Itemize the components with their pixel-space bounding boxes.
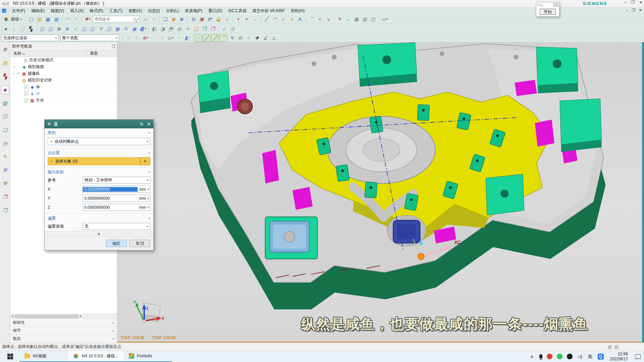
- snap-midpoint-toggle[interactable]: ╱: [211, 34, 219, 42]
- snap-arc-button[interactable]: ⌣: [150, 34, 157, 42]
- snap-intersection-toggle[interactable]: ✚: [253, 34, 261, 42]
- spline-button[interactable]: ∿: [288, 15, 296, 23]
- edge-blend-button[interactable]: ◕: [223, 15, 231, 23]
- panel-section[interactable]: 预览 ˅: [10, 335, 117, 343]
- part-navigator-icon[interactable]: ◆: [1, 86, 9, 94]
- expand-icon[interactable]: +: [12, 72, 16, 75]
- roles-panel-icon[interactable]: ❒: [1, 193, 9, 201]
- wireframe-view-button[interactable]: ◨: [159, 25, 166, 33]
- fillet-button[interactable]: ⌒: [308, 15, 315, 23]
- menu-item[interactable]: 信息(I): [145, 7, 163, 14]
- import-button[interactable]: ↓: [10, 25, 18, 33]
- cube-teal-button[interactable]: ❐: [201, 25, 208, 33]
- dialog-close-icon[interactable]: ✕: [147, 122, 151, 127]
- annotation-button[interactable]: ✎: [336, 15, 343, 23]
- screen-layout-button[interactable]: ▭▾: [381, 15, 388, 23]
- qq-icon[interactable]: [567, 354, 573, 359]
- dialog-title-bar[interactable]: ⚙ 点 ↻ ✕: [45, 120, 153, 128]
- settings-panel-icon[interactable]: ❒: [1, 206, 9, 215]
- helm-button[interactable]: ⊛: [55, 25, 63, 33]
- history-clock-button[interactable]: ◷: [229, 25, 236, 33]
- wave-link2-button[interactable]: ◫: [47, 25, 54, 33]
- snap-angle-toggle[interactable]: ∠: [262, 34, 269, 42]
- tray-chevron-icon[interactable]: ∧: [529, 354, 535, 360]
- tim-icon[interactable]: [547, 354, 552, 359]
- taskbar-item[interactable]: NX 10.0.3.5 - 建模...: [68, 351, 123, 362]
- text-button[interactable]: A: [296, 15, 304, 23]
- shell-button[interactable]: ⬓: [215, 15, 222, 23]
- section-point-location[interactable]: 点位置 ˄: [45, 148, 153, 157]
- history-page-icon[interactable]: ❑: [1, 126, 9, 134]
- point-dialog-button[interactable]: ✚▾: [84, 15, 91, 23]
- horizontal-scrollbar[interactable]: ◄ ►: [10, 314, 117, 318]
- snap-point-toggle[interactable]: ∷: [195, 34, 202, 42]
- verify-button[interactable]: ✓: [72, 25, 79, 33]
- menu-item[interactable]: 视图(V): [48, 7, 67, 14]
- menu-item[interactable]: 首选项(P): [182, 7, 205, 14]
- selection-scope-combo[interactable]: 整个装配 ▾: [60, 35, 119, 41]
- search-command-input[interactable]: [94, 17, 133, 21]
- tree-row[interactable]: ◷ 历史记录模式: [10, 57, 117, 64]
- mirror-button[interactable]: ▚: [27, 25, 35, 33]
- tree-row[interactable]: ✓ ◆ 体: [10, 90, 117, 97]
- tree-row[interactable]: + ◆ 模型视图: [10, 64, 117, 70]
- trim-body-button[interactable]: ×: [234, 15, 242, 23]
- expand-icon[interactable]: +: [12, 65, 16, 69]
- snap-point-menu-button[interactable]: ⊕▾: [141, 34, 149, 42]
- datum-axis-button[interactable]: ↑: [150, 15, 158, 23]
- mdi-restore-button[interactable]: ❐: [632, 8, 635, 12]
- sketch-button[interactable]: ▱: [142, 15, 149, 23]
- open-button[interactable]: ▤: [36, 15, 43, 23]
- shaded-view-button[interactable]: ◧: [150, 25, 158, 33]
- snap-perp-toggle[interactable]: ⊥: [270, 34, 278, 42]
- unite-button[interactable]: ⊞: [190, 15, 197, 23]
- start-menu-button[interactable]: 启动 ▾: [1, 16, 24, 22]
- expand-icon[interactable]: −: [12, 79, 16, 82]
- menu-item[interactable]: 工具(T): [106, 7, 125, 14]
- cube-magenta-button[interactable]: ❐: [209, 25, 217, 33]
- chevron-down-icon[interactable]: ▾: [148, 206, 149, 209]
- project-curve-button[interactable]: ↘: [324, 15, 332, 23]
- measure-button[interactable]: ⌖: [184, 25, 192, 33]
- system-materials-icon[interactable]: ⚒: [1, 166, 9, 174]
- snap-arc-toggle[interactable]: ⌒: [220, 34, 227, 42]
- bounding-box-button[interactable]: ▢: [18, 25, 26, 33]
- back-button[interactable]: ◄: [2, 25, 9, 33]
- checkbox[interactable]: ✓: [24, 92, 29, 96]
- wave-link-button[interactable]: ◫: [38, 25, 46, 33]
- tree-row[interactable]: − ▨ 模型历史记录: [10, 77, 117, 84]
- snap-pole-toggle[interactable]: ✎: [228, 34, 236, 42]
- tree-row[interactable]: + ✓ ▣ 摄像机: [10, 70, 117, 77]
- line-button[interactable]: ╱: [263, 15, 270, 23]
- taskbar-item[interactable]: KK视频: [19, 351, 68, 362]
- wave-update-button[interactable]: ↻: [122, 25, 130, 33]
- point-type-dropdown[interactable]: ✦ 自动判断的点 ▾: [48, 138, 150, 145]
- ime-icon[interactable]: 英: [587, 354, 593, 360]
- block-button[interactable]: ❏: [161, 15, 169, 23]
- circle-button[interactable]: ○: [279, 15, 287, 23]
- qdocs-icon[interactable]: Q: [598, 354, 604, 360]
- menu-item[interactable]: 窗口(O): [205, 7, 225, 14]
- panel-section[interactable]: 细节 ˅: [10, 326, 117, 335]
- mdi-close-button[interactable]: ✕: [639, 8, 642, 12]
- view-section-button[interactable]: ◫: [369, 15, 377, 23]
- graphics-viewport[interactable]: XC TOP VIEW TOP VIEW X Y Z 纵然是咸鱼，也要做最咸的那…: [117, 42, 644, 343]
- chevron-down-icon[interactable]: ▾: [148, 197, 149, 200]
- checkbox[interactable]: ✓: [24, 98, 29, 103]
- wave-helm-button[interactable]: ◫: [89, 25, 96, 33]
- snap-center-toggle[interactable]: ⊙: [236, 34, 244, 42]
- hole-button[interactable]: ◙: [178, 15, 186, 23]
- notification-icon[interactable]: [635, 354, 641, 359]
- z-coordinate-field[interactable]: 0.0000000000 mm ▾: [83, 204, 150, 211]
- start-button[interactable]: [7, 354, 13, 359]
- restore-button[interactable]: ❐: [631, 0, 635, 5]
- section-offset[interactable]: 偏置 ˄: [45, 214, 153, 222]
- chevron-down-icon[interactable]: ▾: [137, 18, 139, 21]
- extend-button[interactable]: →: [251, 15, 259, 23]
- snap-circle-toggle[interactable]: ○: [245, 34, 253, 42]
- z-value[interactable]: 0.0000000000: [83, 205, 138, 210]
- column-latest[interactable]: 最新: [87, 51, 98, 57]
- shaded-ball-button[interactable]: ◔: [175, 34, 182, 42]
- snap-endpoint-toggle[interactable]: ╱: [203, 34, 211, 42]
- save-button[interactable]: ▦: [44, 15, 52, 23]
